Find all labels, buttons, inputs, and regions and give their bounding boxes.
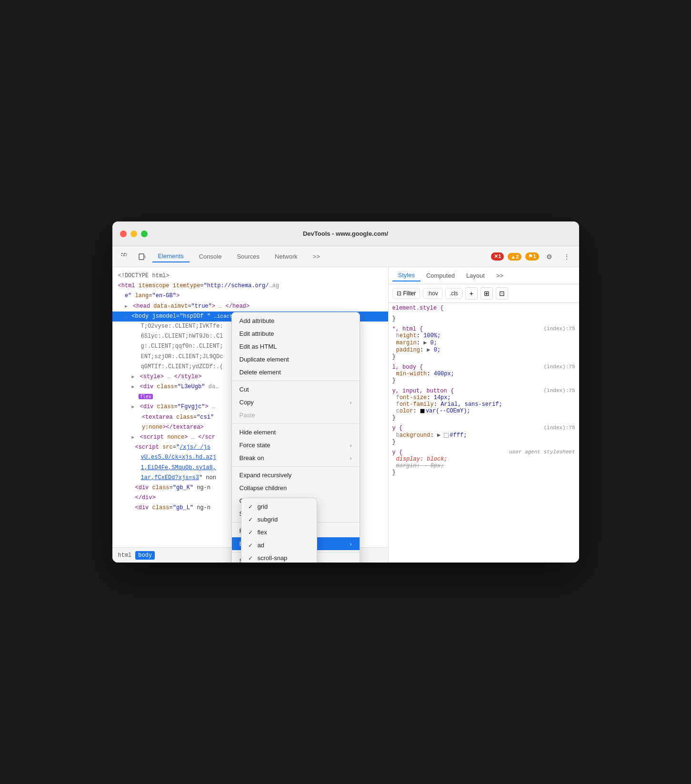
styles-panel: Styles Computed Layout >> ⊡ Filter :hov … xyxy=(389,267,579,563)
tab-layout[interactable]: Layout xyxy=(461,270,491,281)
menu-force-state[interactable]: Force state › xyxy=(232,439,360,452)
more-icon[interactable]: ⋮ xyxy=(560,250,573,263)
check-grid: ✓ xyxy=(248,503,255,510)
close-button[interactable] xyxy=(120,231,127,237)
check-subgrid: ✓ xyxy=(248,516,255,523)
tab-styles[interactable]: Styles xyxy=(392,270,421,281)
menu-edit-attribute[interactable]: Edit attribute xyxy=(232,327,360,340)
menu-copy[interactable]: Copy › xyxy=(232,396,360,409)
menu-paste: Paste xyxy=(232,409,360,422)
style-rule-4: y { (index):75 background: ▶ #fff; } xyxy=(392,425,575,445)
tab-computed[interactable]: Computed xyxy=(421,270,461,281)
minimize-button[interactable] xyxy=(130,231,137,237)
tab-more[interactable]: >> xyxy=(307,251,326,262)
svg-rect-3 xyxy=(145,255,145,258)
menu-separator-1 xyxy=(232,381,360,381)
badge-settings-arrow: › xyxy=(350,541,352,547)
badge-settings-submenu: ✓ grid ✓ subgrid ✓ flex ✓ ad ✓ scroll-sn… xyxy=(241,498,317,563)
force-state-arrow: › xyxy=(350,442,352,448)
settings-icon[interactable]: ⚙ xyxy=(543,250,556,263)
toolbar: Elements Console Sources Network >> ✕1 ▲… xyxy=(112,246,579,267)
maximize-button[interactable] xyxy=(141,231,148,237)
tab-network[interactable]: Network xyxy=(269,251,303,262)
style-rule-1: *, html { (index):75 height: 100%; margi… xyxy=(392,326,575,360)
add-style-button[interactable]: + xyxy=(465,287,478,300)
cls-button[interactable]: .cls xyxy=(445,288,462,299)
menu-expand-recursively[interactable]: Expand recursively xyxy=(232,469,360,482)
menu-separator-3 xyxy=(232,466,360,467)
style-rule-2: l, body { (index):75 min-width: 400px; } xyxy=(392,364,575,384)
svg-rect-0 xyxy=(121,253,124,256)
toggle-button[interactable]: ⊡ xyxy=(496,287,508,300)
menu-collapse-children[interactable]: Collapse children xyxy=(232,482,360,494)
styles-content: element.style { } *, html { (index):75 h… xyxy=(389,303,579,560)
info-badge[interactable]: ⚑1 xyxy=(525,252,539,261)
filter-label: Filter xyxy=(403,290,416,297)
tab-more-styles[interactable]: >> xyxy=(491,270,509,281)
dom-line: e" lang="en-GB"> xyxy=(112,291,388,301)
copy-arrow: › xyxy=(350,400,352,405)
menu-delete-element[interactable]: Delete element xyxy=(232,366,360,379)
window-title: DevTools - www.google.com/ xyxy=(303,230,388,237)
hov-button[interactable]: :hov xyxy=(423,288,442,299)
toolbar-right: ✕1 ▲2 ⚑1 ⚙ ⋮ xyxy=(491,250,573,263)
error-badge[interactable]: ✕1 xyxy=(491,252,504,261)
tab-sources[interactable]: Sources xyxy=(231,251,265,262)
menu-cut[interactable]: Cut xyxy=(232,383,360,396)
check-flex: ✓ xyxy=(248,529,255,536)
menu-add-attribute[interactable]: Add attribute xyxy=(232,314,360,327)
titlebar: DevTools - www.google.com/ xyxy=(112,221,579,246)
dom-line: <!DOCTYPE html> xyxy=(112,271,388,281)
menu-break-on[interactable]: Break on › xyxy=(232,452,360,464)
device-icon[interactable] xyxy=(135,250,149,263)
tab-elements[interactable]: Elements xyxy=(152,251,190,262)
submenu-grid[interactable]: ✓ grid xyxy=(241,500,317,513)
dom-line: <html itemscope itemtype="http://schema.… xyxy=(112,281,388,291)
style-rule-element: element.style { } xyxy=(392,305,575,322)
styles-filter-bar: ⊡ Filter :hov .cls + ⊞ ⊡ xyxy=(389,284,579,303)
styles-tabs: Styles Computed Layout >> xyxy=(389,267,579,284)
filter-icon: ⊡ xyxy=(397,290,401,297)
submenu-flex[interactable]: ✓ flex xyxy=(241,526,317,539)
check-scroll-snap: ✓ xyxy=(248,555,255,562)
submenu-subgrid[interactable]: ✓ subgrid xyxy=(241,513,317,526)
menu-duplicate-element[interactable]: Duplicate element xyxy=(232,353,360,366)
breadcrumb-body[interactable]: body xyxy=(135,551,155,560)
traffic-lights xyxy=(120,231,148,237)
menu-hide-element[interactable]: Hide element xyxy=(232,426,360,439)
warning-badge[interactable]: ▲2 xyxy=(508,253,521,261)
break-on-arrow: › xyxy=(350,455,352,461)
check-ad: ✓ xyxy=(248,542,255,549)
submenu-scroll-snap[interactable]: ✓ scroll-snap xyxy=(241,552,317,563)
style-rule-3: y, input, button { (index):75 font-size:… xyxy=(392,388,575,421)
filter-button[interactable]: ⊡ Filter xyxy=(392,288,421,299)
svg-rect-2 xyxy=(139,254,144,260)
inspect-icon[interactable] xyxy=(118,250,131,263)
style-rule-5: y { user agent stylesheet display: block… xyxy=(392,449,575,476)
submenu-ad[interactable]: ✓ ad xyxy=(241,539,317,552)
menu-edit-html[interactable]: Edit as HTML xyxy=(232,340,360,353)
new-style-button[interactable]: ⊞ xyxy=(481,287,493,300)
breadcrumb-html[interactable]: html xyxy=(118,552,132,559)
devtools-window: DevTools - www.google.com/ Elements Cons… xyxy=(112,221,579,563)
svg-rect-1 xyxy=(124,253,127,256)
menu-separator-2 xyxy=(232,423,360,424)
dom-line: ▶ <head data-aimvt="true"> … </head> xyxy=(112,302,388,312)
tab-console[interactable]: Console xyxy=(193,251,228,262)
